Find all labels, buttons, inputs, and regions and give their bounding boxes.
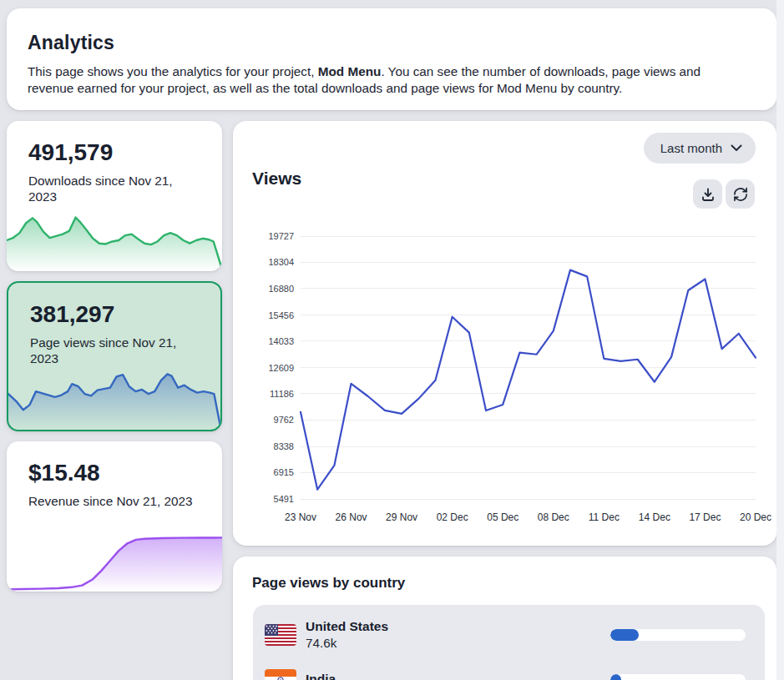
- refresh-icon: [732, 186, 749, 203]
- y-axis-label: 16880: [240, 284, 294, 294]
- revenue-sparkline: [7, 530, 222, 592]
- stat-card-revenue[interactable]: $15.48 Revenue since Nov 21, 2023: [7, 441, 222, 592]
- country-bar-track: [610, 674, 746, 680]
- y-axis-label: 14033: [240, 336, 294, 346]
- y-axis-label: 8338: [240, 441, 294, 451]
- x-axis-label: 11 Dec: [579, 511, 629, 523]
- x-axis-label: 14 Dec: [630, 511, 680, 523]
- y-axis-label: 19727: [240, 231, 294, 241]
- analytics-header-card: Analytics This page shows you the analyt…: [7, 8, 776, 110]
- scrollbar-track[interactable]: [776, 0, 784, 680]
- country-views-card: Page views by country: [233, 557, 776, 680]
- range-dropdown-label: Last month: [660, 141, 722, 155]
- country-bar-track: [610, 629, 746, 641]
- download-icon: [700, 186, 716, 203]
- analytics-page: Analytics This page shows you the analyt…: [0, 0, 784, 680]
- country-bar-fill: [610, 629, 639, 641]
- y-axis-label: 15456: [240, 310, 294, 320]
- country-row-united-states: United States 74.6k: [265, 612, 746, 657]
- downloads-label: Downloads since Nov 21, 2023: [28, 173, 195, 204]
- revenue-amount: $15.48: [28, 460, 100, 486]
- country-row-india: India: [265, 657, 746, 680]
- x-axis-label: 20 Dec: [731, 511, 781, 523]
- refresh-button[interactable]: [726, 179, 755, 209]
- us-flag-icon: [265, 624, 296, 646]
- country-name: United States: [306, 619, 388, 634]
- x-axis-label: 29 Nov: [377, 511, 427, 523]
- y-axis-label: 5491: [240, 494, 294, 504]
- chevron-down-icon: [731, 144, 742, 152]
- country-bar-fill: [610, 674, 621, 680]
- country-value: 74.6k: [306, 636, 388, 651]
- chart-title: Views: [252, 169, 301, 189]
- x-axis-label: 26 Nov: [326, 511, 377, 523]
- stat-card-page-views[interactable]: 381,297 Page views since Nov 21, 2023: [7, 281, 222, 431]
- stat-card-downloads[interactable]: 491,579 Downloads since Nov 21, 2023: [7, 121, 222, 271]
- download-csv-button[interactable]: [693, 179, 722, 209]
- downloads-count: 491,579: [28, 139, 113, 166]
- country-list: United States 74.6k: [253, 605, 765, 680]
- country-name: India: [306, 672, 336, 680]
- x-axis-label: 08 Dec: [529, 511, 579, 523]
- x-axis-label: 23 Nov: [276, 511, 326, 523]
- x-axis-label: 17 Dec: [680, 511, 730, 523]
- x-axis-label: 02 Dec: [427, 511, 478, 523]
- page-description: This page shows you the analytics for yo…: [28, 63, 739, 96]
- revenue-label: Revenue since Nov 21, 2023: [28, 493, 195, 509]
- y-axis-label: 6915: [240, 467, 294, 477]
- range-dropdown[interactable]: Last month: [644, 133, 756, 164]
- chart-plot-area: [301, 236, 756, 499]
- page-views-count: 381,297: [30, 301, 114, 328]
- page-views-label: Page views since Nov 21, 2023: [30, 335, 197, 366]
- page-title: Analytics: [28, 32, 114, 54]
- y-axis-label: 12609: [240, 363, 294, 373]
- y-axis-label: 9762: [240, 415, 294, 425]
- y-axis-label: 11186: [240, 389, 294, 399]
- india-flag-icon: [265, 669, 296, 680]
- downloads-sparkline: [7, 209, 222, 271]
- description-text: This page shows you the analytics for yo…: [28, 64, 318, 78]
- y-axis-label: 18304: [240, 257, 294, 267]
- project-name: Mod Menu: [318, 64, 382, 78]
- page-views-sparkline: [8, 368, 220, 430]
- country-section-title: Page views by country: [252, 575, 405, 592]
- x-axis-label: 05 Dec: [478, 511, 528, 523]
